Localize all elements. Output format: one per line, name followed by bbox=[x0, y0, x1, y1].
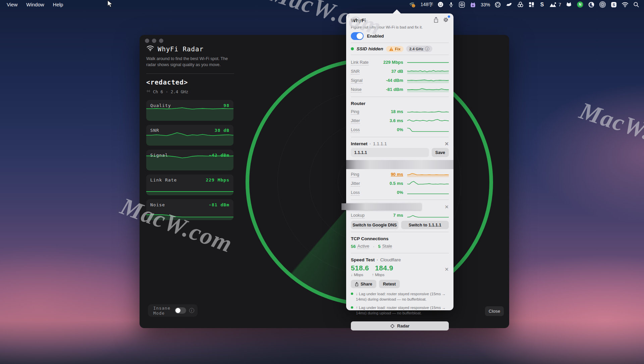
dns-row-lookup: Lookup 7 ms bbox=[351, 211, 449, 220]
divider bbox=[351, 55, 449, 55]
stat-row-link-rate: Link Rate 229 Mbps bbox=[351, 58, 449, 67]
wifi-icon[interactable] bbox=[622, 1, 629, 8]
meter-value: -42 dBm bbox=[209, 153, 229, 158]
desktop: View Window Help 148字 33% bbox=[0, 0, 644, 364]
dns-close-icon[interactable]: ✕ bbox=[444, 204, 449, 209]
close-window-button[interactable] bbox=[145, 39, 149, 43]
battery-percentage-status[interactable]: 33% bbox=[481, 1, 490, 8]
save-button[interactable]: Save bbox=[432, 148, 449, 157]
stat-value: 0% bbox=[375, 190, 403, 195]
microphone-icon[interactable] bbox=[448, 1, 454, 8]
upload-speed: 184.9 bbox=[375, 264, 393, 272]
zoom-window-button[interactable] bbox=[159, 39, 163, 43]
stat-label: Noise bbox=[351, 87, 362, 93]
popover-subtitle: Figure out why your Wi-Fi is bad and fix… bbox=[351, 25, 449, 29]
internet-row-ping: Ping 90 ms bbox=[351, 170, 449, 179]
popover-arrow bbox=[392, 9, 401, 14]
mountains-weather-icon[interactable]: 7 bbox=[549, 1, 561, 8]
smiley-icon[interactable] bbox=[437, 1, 444, 8]
speed-results: 518.6 184.9 ✕ bbox=[351, 264, 449, 272]
internet-heading-row: Internet · 1.1.1.1 ✕ bbox=[351, 140, 449, 147]
moon-circle-icon[interactable] bbox=[588, 1, 595, 8]
connected-status-dot bbox=[351, 47, 354, 50]
speed-test-close-icon[interactable]: ✕ bbox=[444, 267, 449, 272]
dns-host-input[interactable] bbox=[351, 148, 429, 157]
stat-label: Loss bbox=[351, 190, 360, 196]
linked-circles-icon[interactable] bbox=[517, 1, 524, 8]
meter-value: -81 dBm bbox=[209, 202, 229, 207]
camera-reel-icon[interactable] bbox=[494, 1, 501, 8]
share-result-button[interactable]: Share bbox=[351, 280, 376, 288]
stat-sparkline bbox=[407, 171, 449, 177]
ok-status-dot bbox=[351, 293, 353, 295]
share-icon bbox=[355, 282, 359, 287]
insane-mode-toggle[interactable] bbox=[175, 307, 186, 314]
menu-view[interactable]: View bbox=[7, 2, 17, 7]
whyfi-radar-window: WhyFi Radar Walk around to find the best… bbox=[140, 35, 509, 328]
search-icon[interactable] bbox=[633, 1, 639, 8]
radar-button[interactable]: Radar bbox=[351, 321, 449, 330]
insane-mode-control: Insane Mode i bbox=[148, 304, 198, 317]
meter-value: 229 Mbps bbox=[206, 177, 229, 183]
stat-sparkline bbox=[407, 127, 449, 133]
meter-value: 98 bbox=[223, 103, 229, 108]
minimize-window-button[interactable] bbox=[152, 39, 156, 43]
whyfi-menubar-icon[interactable] bbox=[409, 1, 416, 8]
bufferbloat-note-upload: ↑ Lag under load: router stayed responsi… bbox=[351, 305, 449, 316]
ok-status-dot bbox=[351, 306, 353, 309]
router-heading: Router bbox=[351, 100, 449, 107]
bird-icon[interactable] bbox=[505, 1, 513, 8]
stat-value: 7 ms bbox=[375, 213, 403, 218]
menu-bar-menus: View Window Help bbox=[0, 2, 63, 7]
meter-label: SNR bbox=[150, 128, 159, 133]
info-icon[interactable]: i bbox=[189, 308, 194, 313]
menu-window[interactable]: Window bbox=[26, 2, 44, 7]
link-rate-meter: Link Rate229 Mbps bbox=[146, 174, 233, 195]
speed-test-heading: Speed Test bbox=[351, 257, 375, 262]
internet-close-icon[interactable]: ✕ bbox=[444, 141, 449, 146]
network-name: <redacted> bbox=[146, 79, 234, 86]
close-button[interactable]: Close bbox=[485, 306, 504, 316]
stat-label: Ping bbox=[351, 109, 359, 115]
share-icon[interactable] bbox=[433, 17, 439, 24]
router-row-jitter: Jitter 3.6 ms bbox=[351, 116, 449, 125]
stat-label: Loss bbox=[351, 127, 360, 133]
letter-s-box-icon[interactable]: S bbox=[610, 1, 617, 8]
divider bbox=[351, 232, 449, 232]
speed-test-provider: Cloudflare bbox=[380, 257, 401, 262]
band-badge[interactable]: 2.4 GHz i bbox=[406, 46, 432, 52]
retest-button[interactable]: Retest bbox=[379, 280, 400, 288]
dog-icon[interactable] bbox=[566, 1, 572, 8]
warning-triangle-icon bbox=[389, 47, 393, 51]
noise-meter: Noise-81 dBm bbox=[146, 199, 233, 220]
stat-sparkline bbox=[407, 118, 449, 123]
redacted-hostname-bar bbox=[346, 160, 453, 169]
fix-badge[interactable]: Fix bbox=[386, 46, 404, 52]
band-info-icon[interactable]: i bbox=[425, 47, 429, 51]
stat-value: -81 dBm bbox=[375, 87, 403, 92]
router-row-ping: Ping 18 ms bbox=[351, 107, 449, 116]
letter-s-icon[interactable]: S bbox=[539, 1, 545, 8]
menu-help[interactable]: Help bbox=[53, 2, 63, 7]
switch-cloudflare-dns-button[interactable]: Switch to 1.1.1.1 bbox=[401, 221, 449, 229]
stat-value: 37 dB bbox=[375, 69, 403, 74]
sidebar-divider bbox=[146, 73, 234, 74]
signal-meter: Signal-42 dBm bbox=[146, 150, 233, 170]
window-panes-icon[interactable] bbox=[528, 1, 535, 8]
letter-n-circle-icon[interactable]: N bbox=[577, 1, 584, 8]
settings-gear-icon[interactable] bbox=[443, 17, 449, 24]
divider bbox=[351, 318, 449, 319]
menu-bar-status-items: 148字 33% bbox=[409, 1, 644, 8]
stat-label: Jitter bbox=[351, 118, 360, 124]
download-speed: 518.6 bbox=[351, 264, 369, 272]
stat-sparkline bbox=[407, 68, 449, 74]
bufferbloat-note-download: ↓ Lag under load: router stayed responsi… bbox=[351, 291, 449, 302]
word-count-status[interactable]: 148字 bbox=[421, 1, 433, 8]
chinese-input-source-icon[interactable] bbox=[459, 1, 465, 8]
airdrop-icon[interactable] bbox=[599, 1, 606, 8]
switch-google-dns-button[interactable]: Switch to Google DNS bbox=[351, 221, 398, 229]
watermark: MacW.com bbox=[576, 97, 644, 159]
download-unit: ↓ Mbps bbox=[351, 273, 363, 277]
enabled-toggle[interactable] bbox=[351, 32, 364, 40]
cat-clipboard-icon[interactable] bbox=[470, 1, 476, 8]
